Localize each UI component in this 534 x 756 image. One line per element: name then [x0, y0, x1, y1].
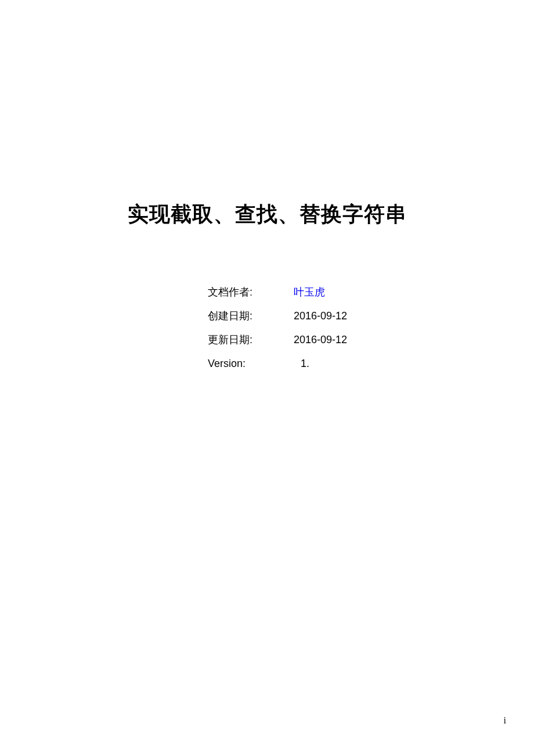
metadata-row-author: 文档作者: 叶玉虎 [208, 285, 363, 300]
metadata-value-author: 叶玉虎 [294, 285, 363, 300]
metadata-row-updated: 更新日期: 2016-09-12 [208, 332, 363, 348]
metadata-value: 2016-09-12 [294, 332, 363, 348]
metadata-label: Version: [208, 356, 294, 372]
metadata-row-version: Version: 1. [208, 356, 363, 372]
metadata-value: 1. [294, 356, 363, 372]
metadata-table: 文档作者: 叶玉虎 创建日期: 2016-09-12 更新日期: 2016-09… [208, 285, 363, 380]
metadata-label: 创建日期: [208, 308, 294, 324]
metadata-label: 文档作者: [208, 285, 294, 300]
page-number: i [504, 715, 506, 726]
metadata-row-created: 创建日期: 2016-09-12 [208, 308, 363, 324]
metadata-value: 2016-09-12 [294, 308, 363, 324]
document-title: 实现截取、查找、替换字符串 [0, 200, 534, 229]
metadata-label: 更新日期: [208, 332, 294, 348]
